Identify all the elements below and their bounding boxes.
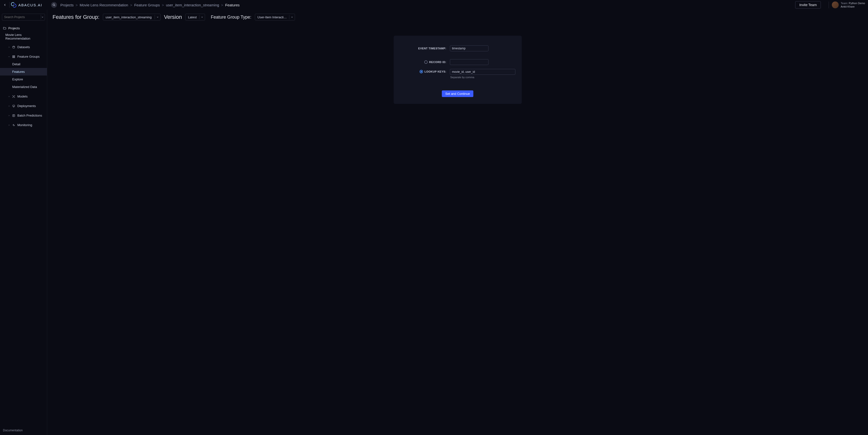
event-timestamp-row: EVENT TIMESTAMP: [400, 45, 516, 51]
team-label: Team: [841, 2, 848, 5]
breadcrumb-separator: > [75, 3, 78, 7]
features-for-group-label: Features for Group: [53, 14, 99, 20]
type-select-value: User-Item Interacti… [257, 15, 287, 19]
sidebar-datasets-label: Datasets [17, 45, 30, 49]
event-timestamp-label: EVENT TIMESTAMP: [418, 47, 446, 50]
sidebar-item-detail[interactable]: Detail [0, 60, 47, 68]
breadcrumb-separator: > [162, 3, 164, 7]
deployments-icon [12, 104, 16, 108]
chevron-right-icon [8, 115, 10, 117]
lookup-keys-radio[interactable] [420, 70, 423, 73]
sidebar-feature-groups-label: Feature Groups [17, 55, 39, 58]
svg-rect-3 [14, 56, 15, 57]
back-button[interactable] [2, 2, 8, 8]
record-id-radio[interactable] [424, 60, 428, 64]
breadcrumb-separator: > [130, 3, 132, 7]
project-search-dropdown[interactable] [41, 15, 44, 20]
svg-rect-5 [14, 57, 15, 58]
chevron-down-icon [199, 15, 203, 19]
breadcrumb: Projects > Movie Lens Recommendation > F… [60, 3, 240, 7]
lookup-keys-row: LOOKUP KEYS: Separate by comma [400, 69, 516, 79]
streaming-config-form: EVENT TIMESTAMP: RECORD ID: LOOKUP KEYS: [394, 36, 522, 104]
version-select[interactable]: Latest [185, 14, 205, 21]
breadcrumb-project-name[interactable]: Movie Lens Recommendation [80, 3, 128, 7]
models-icon [12, 95, 16, 98]
sidebar-documentation-link[interactable]: Documentation [0, 426, 47, 435]
sidebar-project-name[interactable]: Movie Lens Recommendation [0, 32, 47, 43]
svg-point-1 [13, 46, 15, 47]
invite-team-button[interactable]: Invite Team [795, 1, 821, 8]
svg-point-7 [13, 95, 13, 96]
content: Features for Group: user_item_interactio… [47, 10, 868, 435]
sidebar-deployments-label: Deployments [17, 104, 36, 108]
breadcrumb-current: Features [225, 3, 240, 7]
sidebar-item-explore[interactable]: Explore [0, 75, 47, 83]
sidebar-monitoring-label: Monitoring [17, 123, 32, 127]
event-timestamp-input[interactable] [450, 45, 489, 51]
sidebar-item-datasets[interactable]: Datasets [0, 43, 47, 51]
sidebar-item-feature-groups[interactable]: Feature Groups [0, 53, 47, 60]
logo[interactable]: ABACUS.AI [11, 0, 42, 10]
project-search[interactable] [2, 14, 45, 21]
breadcrumb-group-name[interactable]: user_item_interaction_streaming [166, 3, 219, 7]
sidebar-projects-label: Projects [8, 26, 20, 30]
breadcrumb-projects[interactable]: Projects [60, 3, 73, 7]
svg-rect-2 [13, 56, 14, 57]
chevron-right-icon [8, 124, 10, 126]
sidebar-item-batch-predictions[interactable]: Batch Predictions [0, 112, 47, 119]
sidebar-item-monitoring[interactable]: Monitoring [0, 121, 47, 129]
chevron-down-icon [289, 15, 293, 19]
version-select-value: Latest [188, 15, 196, 19]
chevron-down-icon [8, 56, 10, 58]
divider [829, 1, 829, 8]
logo-icon [11, 2, 17, 7]
content-header: Features for Group: user_item_interactio… [47, 10, 868, 25]
svg-point-9 [13, 97, 13, 97]
feature-groups-icon [12, 55, 16, 58]
sidebar-models-label: Models [17, 95, 28, 98]
lookup-keys-label: LOOKUP KEYS: [425, 70, 446, 73]
chevron-down-icon [155, 15, 159, 19]
breadcrumb-separator: > [221, 3, 223, 7]
group-select-value: user_item_interaction_streaming [105, 15, 152, 19]
project-search-input[interactable] [4, 15, 41, 19]
sidebar: Projects Movie Lens Recommendation Datas… [0, 10, 47, 435]
sidebar-item-models[interactable]: Models [0, 93, 47, 100]
user-name: Ankit Khare [841, 5, 865, 8]
datasets-icon [12, 45, 16, 49]
record-id-input[interactable] [450, 59, 489, 65]
user-avatar[interactable] [832, 1, 839, 8]
sidebar-item-features[interactable]: Features [0, 68, 47, 75]
svg-rect-11 [13, 105, 15, 106]
sidebar-projects-header[interactable]: Projects [0, 25, 47, 32]
team-name: Python Demo [849, 2, 865, 5]
feature-group-type-label: Feature Group Type: [211, 15, 251, 20]
sidebar-item-deployments[interactable]: Deployments [0, 102, 47, 110]
global-search-button[interactable] [51, 2, 57, 8]
batch-predictions-icon [12, 114, 16, 117]
version-label: Version [164, 14, 182, 20]
monitoring-icon [12, 123, 16, 127]
svg-point-6 [13, 96, 14, 97]
breadcrumb-feature-groups[interactable]: Feature Groups [134, 3, 160, 7]
header: ABACUS.AI Projects > Movie Lens Recommen… [0, 0, 868, 10]
set-and-continue-button[interactable]: Set and Continue [442, 90, 473, 97]
folder-icon [3, 27, 6, 30]
record-id-label: RECORD ID: [429, 61, 446, 64]
logo-text: ABACUS.AI [18, 3, 42, 7]
sidebar-batch-predictions-label: Batch Predictions [17, 114, 42, 117]
team-info: Team: Python Demo Ankit Khare [841, 1, 865, 8]
chevron-right-icon [8, 46, 10, 48]
svg-point-0 [53, 4, 55, 6]
chevron-right-icon [8, 105, 10, 107]
svg-point-10 [14, 97, 15, 97]
record-id-row: RECORD ID: [400, 59, 516, 65]
lookup-keys-helper: Separate by comma [451, 76, 516, 79]
chevron-right-icon [8, 96, 10, 97]
lookup-keys-input[interactable] [450, 69, 516, 75]
svg-point-8 [14, 95, 15, 96]
submit-row: Set and Continue [400, 90, 516, 97]
sidebar-item-materialized-data[interactable]: Materialized Data [0, 83, 47, 91]
group-select[interactable]: user_item_interaction_streaming [103, 14, 160, 21]
type-select[interactable]: User-Item Interacti… [255, 14, 295, 21]
